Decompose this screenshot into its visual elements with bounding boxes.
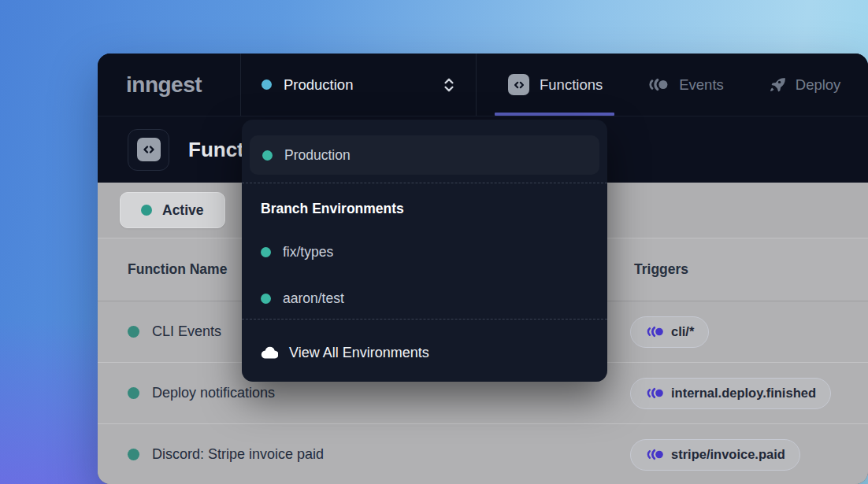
cloud-icon <box>261 346 278 359</box>
environment-status-dot <box>262 79 272 90</box>
tab-events[interactable]: Events <box>647 54 724 116</box>
trigger-name: stripe/invoice.paid <box>671 447 785 462</box>
environment-dropdown-menu: Production Branch Environments fix/types… <box>242 120 607 382</box>
branch-environments-heading: Branch Environments <box>261 201 607 217</box>
environment-selector[interactable]: Production <box>240 54 477 116</box>
column-header-function-name: Function Name <box>128 261 227 278</box>
function-name: CLI Events <box>152 323 221 340</box>
event-stream-icon <box>647 78 669 91</box>
active-filter-label: Active <box>162 202 204 219</box>
dropdown-item-label: Production <box>284 147 351 164</box>
trigger-badge: stripe/invoice.paid <box>630 439 800 471</box>
inngest-logo[interactable]: inngest <box>126 72 202 98</box>
function-status-dot <box>128 326 139 338</box>
environment-status-dot <box>261 247 271 257</box>
chevron-up-down-icon <box>443 76 455 94</box>
column-header-triggers: Triggers <box>634 261 688 278</box>
dropdown-item-label: fix/types <box>283 244 333 260</box>
dropdown-item-fix-types[interactable]: fix/types <box>242 238 607 266</box>
active-filter-button[interactable]: Active <box>120 192 225 228</box>
tab-deploy-label: Deploy <box>796 76 841 94</box>
trigger-badge: cli/* <box>630 316 709 348</box>
active-status-dot <box>141 205 152 216</box>
code-icon <box>508 74 529 95</box>
table-row[interactable]: Discord: Stripe invoice paid stripe/invo… <box>98 424 868 484</box>
environment-status-dot <box>261 294 271 304</box>
view-all-environments-item[interactable]: View All Environments <box>242 336 607 369</box>
dropdown-item-label: aaron/test <box>283 290 344 307</box>
dropdown-divider <box>242 183 607 183</box>
event-stream-icon <box>645 449 664 460</box>
function-status-dot <box>128 449 139 460</box>
tab-functions[interactable]: Functions <box>508 54 603 116</box>
event-stream-icon <box>645 326 664 338</box>
dropdown-divider <box>242 319 607 320</box>
trigger-name: internal.deploy.finished <box>671 386 816 401</box>
desktop-background: inngest Production <box>0 0 868 484</box>
environment-selector-label: Production <box>284 76 353 94</box>
trigger-name: cli/* <box>671 324 694 339</box>
top-navbar: inngest Production <box>98 54 868 116</box>
function-name: Discord: Stripe invoice paid <box>152 446 324 463</box>
logo-section: inngest <box>98 54 240 116</box>
dropdown-item-production[interactable]: Production <box>250 135 599 175</box>
dropdown-item-aaron-test[interactable]: aaron/test <box>242 284 607 312</box>
functions-page-icon <box>128 129 169 171</box>
code-icon <box>137 138 161 161</box>
function-status-dot <box>128 387 139 399</box>
view-all-environments-label: View All Environments <box>289 345 429 361</box>
environment-status-dot <box>262 150 273 161</box>
function-name: Deploy notifications <box>152 385 275 401</box>
tab-deploy[interactable]: Deploy <box>768 54 841 116</box>
tab-events-label: Events <box>679 76 724 94</box>
trigger-badge: internal.deploy.finished <box>630 378 831 409</box>
event-stream-icon <box>645 387 664 399</box>
tab-functions-label: Functions <box>540 76 603 94</box>
rocket-icon <box>768 76 785 94</box>
nav-tabs: Functions Events <box>477 54 840 116</box>
